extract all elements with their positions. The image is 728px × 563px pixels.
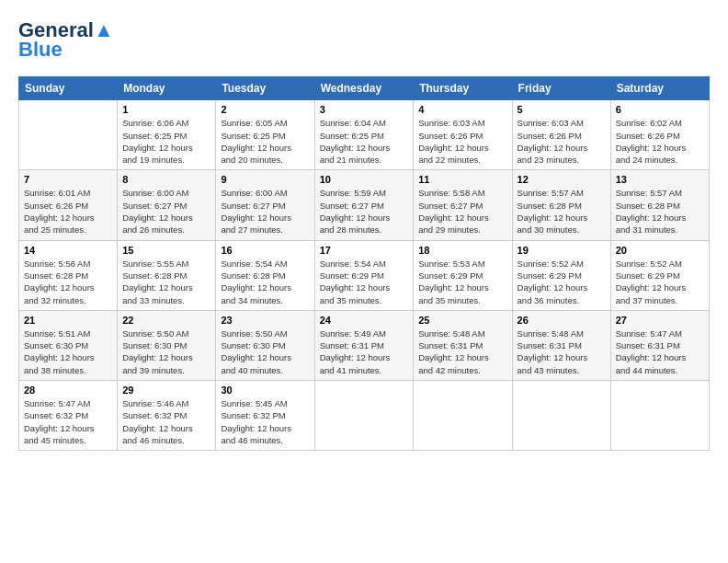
day-number: 1 [122, 104, 210, 115]
calendar-cell: 20Sunrise: 5:52 AMSunset: 6:29 PMDayligh… [610, 240, 709, 310]
calendar-cell: 17Sunrise: 5:54 AMSunset: 6:29 PMDayligh… [314, 240, 414, 310]
calendar-cell: 30Sunrise: 5:45 AMSunset: 6:32 PMDayligh… [216, 381, 314, 451]
header-tuesday: Tuesday [216, 77, 314, 100]
day-info: Sunrise: 6:03 AMSunset: 6:26 PMDaylight:… [518, 117, 606, 166]
calendar-cell: 14Sunrise: 5:56 AMSunset: 6:28 PMDayligh… [19, 240, 118, 310]
day-info: Sunrise: 5:52 AMSunset: 6:29 PMDaylight:… [518, 258, 606, 306]
day-info: Sunrise: 6:00 AMSunset: 6:27 PMDaylight:… [122, 187, 210, 236]
header-thursday: Thursday [414, 77, 512, 100]
header-sunday: Sunday [19, 77, 118, 100]
day-info: Sunrise: 5:54 AMSunset: 6:29 PMDaylight:… [320, 258, 409, 306]
day-info: Sunrise: 5:57 AMSunset: 6:28 PMDaylight:… [518, 187, 606, 236]
day-number: 5 [518, 104, 606, 115]
calendar-cell: 23Sunrise: 5:50 AMSunset: 6:30 PMDayligh… [216, 310, 314, 380]
day-info: Sunrise: 5:48 AMSunset: 6:31 PMDaylight:… [518, 327, 606, 376]
day-number: 28 [24, 385, 112, 396]
calendar-week-3: 14Sunrise: 5:56 AMSunset: 6:28 PMDayligh… [19, 240, 710, 310]
day-number: 16 [221, 245, 309, 256]
logo: General▲ Blue [18, 18, 114, 62]
calendar-cell: 25Sunrise: 5:48 AMSunset: 6:31 PMDayligh… [414, 310, 512, 380]
calendar-cell: 5Sunrise: 6:03 AMSunset: 6:26 PMDaylight… [512, 100, 610, 170]
calendar-cell: 2Sunrise: 6:05 AMSunset: 6:25 PMDaylight… [216, 100, 314, 170]
day-number: 14 [24, 245, 112, 256]
calendar-cell: 19Sunrise: 5:52 AMSunset: 6:29 PMDayligh… [512, 240, 610, 310]
day-info: Sunrise: 5:49 AMSunset: 6:31 PMDaylight:… [320, 327, 409, 376]
day-info: Sunrise: 5:46 AMSunset: 6:32 PMDaylight:… [122, 397, 210, 446]
day-info: Sunrise: 6:00 AMSunset: 6:27 PMDaylight:… [221, 187, 309, 236]
day-info: Sunrise: 5:48 AMSunset: 6:31 PMDaylight:… [418, 327, 506, 376]
day-info: Sunrise: 5:59 AMSunset: 6:27 PMDaylight:… [320, 187, 409, 236]
day-number: 23 [221, 315, 309, 326]
calendar-cell: 22Sunrise: 5:50 AMSunset: 6:30 PMDayligh… [118, 310, 216, 380]
calendar-table: SundayMondayTuesdayWednesdayThursdayFrid… [18, 76, 710, 451]
day-number: 25 [418, 315, 506, 326]
calendar-cell: 11Sunrise: 5:58 AMSunset: 6:27 PMDayligh… [414, 170, 512, 240]
calendar-cell: 12Sunrise: 5:57 AMSunset: 6:28 PMDayligh… [512, 170, 610, 240]
day-number: 29 [122, 385, 210, 396]
calendar-cell: 7Sunrise: 6:01 AMSunset: 6:26 PMDaylight… [19, 170, 118, 240]
calendar-header-row: SundayMondayTuesdayWednesdayThursdayFrid… [19, 77, 710, 100]
day-number: 7 [24, 174, 112, 185]
day-info: Sunrise: 5:53 AMSunset: 6:29 PMDaylight:… [418, 258, 506, 306]
calendar-week-4: 21Sunrise: 5:51 AMSunset: 6:30 PMDayligh… [19, 310, 710, 380]
header-wednesday: Wednesday [314, 77, 414, 100]
day-number: 6 [616, 104, 704, 115]
day-info: Sunrise: 6:02 AMSunset: 6:26 PMDaylight:… [616, 117, 704, 166]
day-number: 30 [221, 385, 309, 396]
day-info: Sunrise: 5:52 AMSunset: 6:29 PMDaylight:… [616, 258, 704, 306]
header-saturday: Saturday [610, 77, 709, 100]
day-info: Sunrise: 5:56 AMSunset: 6:28 PMDaylight:… [24, 258, 112, 306]
calendar-cell: 16Sunrise: 5:54 AMSunset: 6:28 PMDayligh… [216, 240, 314, 310]
day-info: Sunrise: 5:47 AMSunset: 6:32 PMDaylight:… [24, 397, 112, 446]
calendar-cell: 8Sunrise: 6:00 AMSunset: 6:27 PMDaylight… [118, 170, 216, 240]
calendar-cell: 21Sunrise: 5:51 AMSunset: 6:30 PMDayligh… [19, 310, 118, 380]
calendar-cell: 28Sunrise: 5:47 AMSunset: 6:32 PMDayligh… [19, 381, 118, 451]
calendar-cell: 15Sunrise: 5:55 AMSunset: 6:28 PMDayligh… [118, 240, 216, 310]
day-number: 13 [616, 174, 704, 185]
day-info: Sunrise: 6:05 AMSunset: 6:25 PMDaylight:… [221, 117, 309, 166]
day-info: Sunrise: 5:55 AMSunset: 6:28 PMDaylight:… [122, 258, 210, 306]
day-number: 9 [221, 174, 309, 185]
day-number: 11 [418, 174, 506, 185]
day-number: 2 [221, 104, 309, 115]
header-monday: Monday [118, 77, 216, 100]
calendar-cell [19, 100, 118, 170]
calendar-cell: 3Sunrise: 6:04 AMSunset: 6:25 PMDaylight… [314, 100, 414, 170]
calendar-cell: 4Sunrise: 6:03 AMSunset: 6:26 PMDaylight… [414, 100, 512, 170]
calendar-body: 1Sunrise: 6:06 AMSunset: 6:25 PMDaylight… [19, 100, 710, 451]
calendar-cell: 27Sunrise: 5:47 AMSunset: 6:31 PMDayligh… [610, 310, 709, 380]
calendar-cell: 26Sunrise: 5:48 AMSunset: 6:31 PMDayligh… [512, 310, 610, 380]
calendar-cell: 29Sunrise: 5:46 AMSunset: 6:32 PMDayligh… [118, 381, 216, 451]
day-number: 22 [122, 315, 210, 326]
day-number: 26 [518, 315, 606, 326]
day-number: 20 [616, 245, 704, 256]
day-info: Sunrise: 5:45 AMSunset: 6:32 PMDaylight:… [221, 397, 309, 446]
day-info: Sunrise: 5:47 AMSunset: 6:31 PMDaylight:… [616, 327, 704, 376]
page-header: General▲ Blue [18, 18, 710, 62]
day-number: 12 [518, 174, 606, 185]
day-info: Sunrise: 5:50 AMSunset: 6:30 PMDaylight:… [221, 327, 309, 376]
day-info: Sunrise: 6:01 AMSunset: 6:26 PMDaylight:… [24, 187, 112, 236]
day-number: 4 [418, 104, 506, 115]
header-friday: Friday [512, 77, 610, 100]
day-info: Sunrise: 6:04 AMSunset: 6:25 PMDaylight:… [320, 117, 409, 166]
day-number: 19 [518, 245, 606, 256]
calendar-cell: 9Sunrise: 6:00 AMSunset: 6:27 PMDaylight… [216, 170, 314, 240]
day-number: 24 [320, 315, 409, 326]
calendar-cell: 24Sunrise: 5:49 AMSunset: 6:31 PMDayligh… [314, 310, 414, 380]
day-number: 27 [616, 315, 704, 326]
calendar-cell: 6Sunrise: 6:02 AMSunset: 6:26 PMDaylight… [610, 100, 709, 170]
day-info: Sunrise: 5:58 AMSunset: 6:27 PMDaylight:… [418, 187, 506, 236]
calendar-week-5: 28Sunrise: 5:47 AMSunset: 6:32 PMDayligh… [19, 381, 710, 451]
day-number: 18 [418, 245, 506, 256]
day-number: 10 [320, 174, 409, 185]
day-number: 17 [320, 245, 409, 256]
calendar-week-2: 7Sunrise: 6:01 AMSunset: 6:26 PMDaylight… [19, 170, 710, 240]
day-info: Sunrise: 5:50 AMSunset: 6:30 PMDaylight:… [122, 327, 210, 376]
calendar-cell [512, 381, 610, 451]
day-info: Sunrise: 6:03 AMSunset: 6:26 PMDaylight:… [418, 117, 506, 166]
calendar-week-1: 1Sunrise: 6:06 AMSunset: 6:25 PMDaylight… [19, 100, 710, 170]
day-info: Sunrise: 6:06 AMSunset: 6:25 PMDaylight:… [122, 117, 210, 166]
calendar-cell: 1Sunrise: 6:06 AMSunset: 6:25 PMDaylight… [118, 100, 216, 170]
logo-line2: Blue [18, 38, 63, 62]
